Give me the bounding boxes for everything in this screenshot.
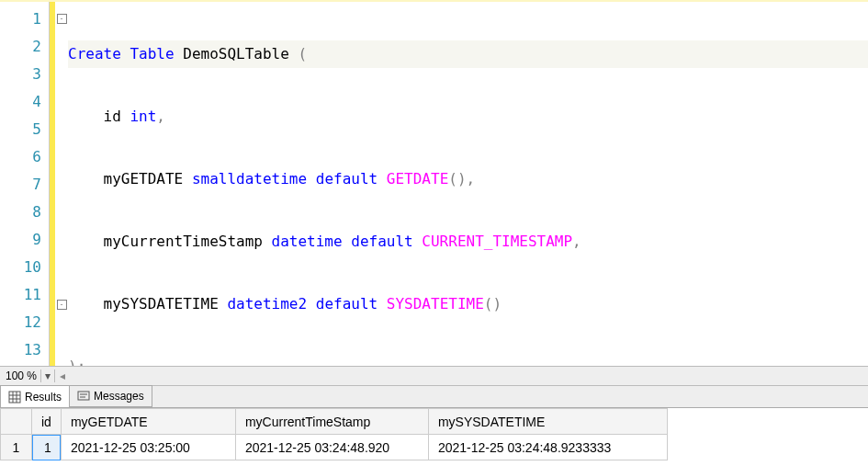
svg-rect-5 (78, 392, 89, 400)
messages-icon (77, 390, 90, 403)
line-number-gutter: 1 2 3 4 5 6 7 8 9 10 11 12 13 (0, 2, 50, 366)
line-number: 4 (0, 88, 49, 116)
sql-editor[interactable]: 1 2 3 4 5 6 7 8 9 10 11 12 13 - - Create… (0, 0, 868, 366)
tab-label: Messages (94, 390, 144, 403)
line-number: 10 (0, 254, 49, 281)
cell-id[interactable]: 1 (32, 435, 62, 460)
zoom-dropdown-icon[interactable]: ▾ (40, 369, 55, 382)
scroll-left-icon[interactable]: ◂ (55, 369, 70, 382)
column-header-mycurrenttimestamp[interactable]: myCurrentTimeStamp (235, 409, 428, 435)
line-number: 7 (0, 171, 49, 199)
line-number: 11 (0, 281, 49, 309)
tab-messages[interactable]: Messages (69, 385, 152, 407)
grid-icon (8, 391, 21, 403)
cell-mysysdatetime[interactable]: 2021-12-25 03:24:48.9233333 (428, 435, 667, 460)
fold-gutter[interactable]: - - (55, 2, 68, 366)
fold-toggle-icon[interactable]: - (57, 300, 67, 310)
row-selector-corner[interactable] (1, 409, 32, 435)
column-header-mysysdatetime[interactable]: mySYSDATETIME (428, 409, 667, 435)
tab-label: Results (25, 391, 62, 403)
column-header-id[interactable]: id (32, 409, 62, 435)
line-number: 13 (0, 336, 49, 364)
zoom-level[interactable]: 100 % (0, 369, 40, 382)
line-number: 1 (0, 6, 49, 33)
results-grid[interactable]: id myGETDATE myCurrentTimeStamp mySYSDAT… (0, 408, 868, 460)
table-row[interactable]: 1 1 2021-12-25 03:25:00 2021-12-25 03:24… (1, 435, 668, 460)
tab-results[interactable]: Results (0, 385, 70, 407)
line-number: 12 (0, 309, 49, 336)
code-area[interactable]: Create Table DemoSQLTable ( id int, myGE… (68, 2, 868, 366)
line-number: 3 (0, 61, 49, 88)
line-number: 8 (0, 199, 49, 226)
fold-toggle-icon[interactable]: - (57, 14, 67, 24)
results-tabs: Results Messages (0, 386, 868, 408)
cell-mycurrenttimestamp[interactable]: 2021-12-25 03:24:48.920 (235, 435, 428, 460)
row-number[interactable]: 1 (1, 435, 32, 460)
svg-rect-0 (9, 392, 20, 403)
column-header-mygetdate[interactable]: myGETDATE (61, 409, 235, 435)
line-number: 6 (0, 143, 49, 171)
column-headers: id myGETDATE myCurrentTimeStamp mySYSDAT… (1, 409, 668, 435)
cell-mygetdate[interactable]: 2021-12-25 03:25:00 (61, 435, 235, 460)
line-number: 5 (0, 116, 49, 143)
line-number: 9 (0, 226, 49, 254)
zoom-bar: 100 % ▾ ◂ (0, 366, 868, 386)
line-number: 2 (0, 33, 49, 61)
